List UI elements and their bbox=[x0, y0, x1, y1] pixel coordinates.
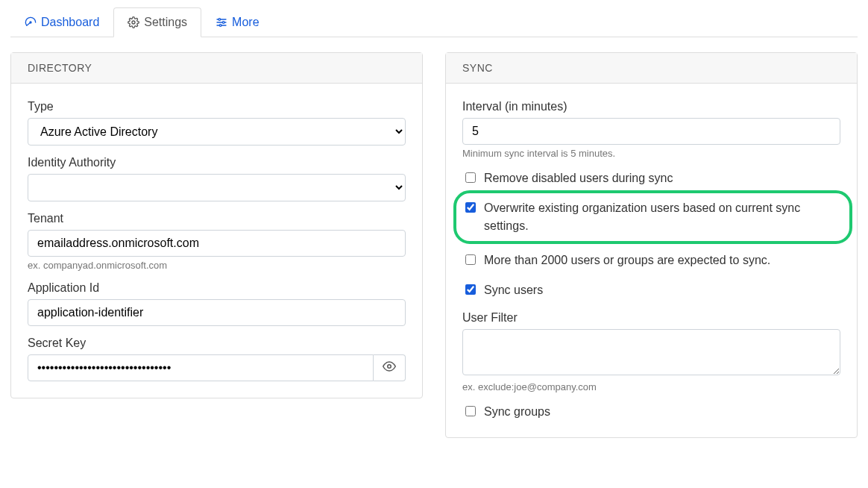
application-id-input[interactable] bbox=[28, 299, 406, 326]
svg-point-0 bbox=[30, 22, 31, 23]
tab-more[interactable]: More bbox=[201, 7, 273, 37]
tachometer-icon bbox=[25, 16, 37, 28]
tab-settings-label: Settings bbox=[144, 16, 187, 29]
overwrite-highlight: Overwrite existing organization users ba… bbox=[453, 190, 852, 244]
sync-groups-label: Sync groups bbox=[484, 403, 550, 421]
sliders-icon bbox=[216, 16, 227, 28]
tab-dashboard-label: Dashboard bbox=[41, 16, 99, 29]
large-import-label: More than 2000 users or groups are expec… bbox=[484, 251, 770, 269]
sync-groups-checkbox[interactable] bbox=[465, 406, 476, 416]
svg-point-6 bbox=[222, 22, 224, 24]
eye-icon bbox=[383, 360, 396, 376]
tenant-label: Tenant bbox=[28, 212, 406, 225]
nav-tabs: Dashboard Settings More bbox=[10, 7, 858, 37]
type-label: Type bbox=[28, 100, 406, 113]
user-filter-help-text: ex. exclude:joe@company.com bbox=[462, 381, 840, 392]
sync-users-label: Sync users bbox=[484, 281, 543, 299]
user-filter-textarea[interactable] bbox=[462, 329, 840, 375]
type-select[interactable]: Azure Active Directory bbox=[28, 118, 406, 146]
svg-point-8 bbox=[388, 365, 391, 369]
remove-disabled-checkbox[interactable] bbox=[465, 172, 476, 183]
directory-card: DIRECTORY Type Azure Active Directory Id… bbox=[10, 52, 423, 398]
svg-point-5 bbox=[218, 19, 221, 21]
secret-key-input[interactable] bbox=[28, 354, 374, 381]
gear-icon bbox=[128, 16, 139, 28]
directory-card-title: DIRECTORY bbox=[11, 53, 422, 84]
tab-more-label: More bbox=[232, 16, 259, 29]
overwrite-existing-label: Overwrite existing organization users ba… bbox=[484, 199, 840, 235]
remove-disabled-label: Remove disabled users during sync bbox=[484, 169, 673, 187]
svg-point-7 bbox=[219, 25, 221, 27]
identity-authority-select[interactable] bbox=[28, 174, 406, 201]
tab-dashboard[interactable]: Dashboard bbox=[10, 7, 113, 37]
overwrite-existing-checkbox[interactable] bbox=[465, 202, 476, 213]
tenant-help-text: ex. companyad.onmicrosoft.com bbox=[28, 260, 406, 271]
secret-key-label: Secret Key bbox=[28, 337, 406, 350]
reveal-secret-button[interactable] bbox=[374, 354, 406, 381]
sync-users-checkbox[interactable] bbox=[465, 284, 476, 295]
application-id-label: Application Id bbox=[28, 281, 406, 295]
identity-authority-label: Identity Authority bbox=[28, 156, 406, 169]
user-filter-label: User Filter bbox=[462, 311, 840, 325]
tab-settings[interactable]: Settings bbox=[113, 7, 201, 37]
sync-card: SYNC Interval (in minutes) Minimum sync … bbox=[445, 52, 858, 438]
interval-input[interactable] bbox=[462, 118, 840, 145]
sync-card-title: SYNC bbox=[446, 53, 857, 84]
svg-point-1 bbox=[132, 21, 135, 24]
interval-help-text: Minimum sync interval is 5 minutes. bbox=[462, 148, 840, 159]
large-import-checkbox[interactable] bbox=[465, 254, 476, 265]
tenant-input[interactable] bbox=[28, 230, 406, 257]
interval-label: Interval (in minutes) bbox=[462, 100, 840, 113]
